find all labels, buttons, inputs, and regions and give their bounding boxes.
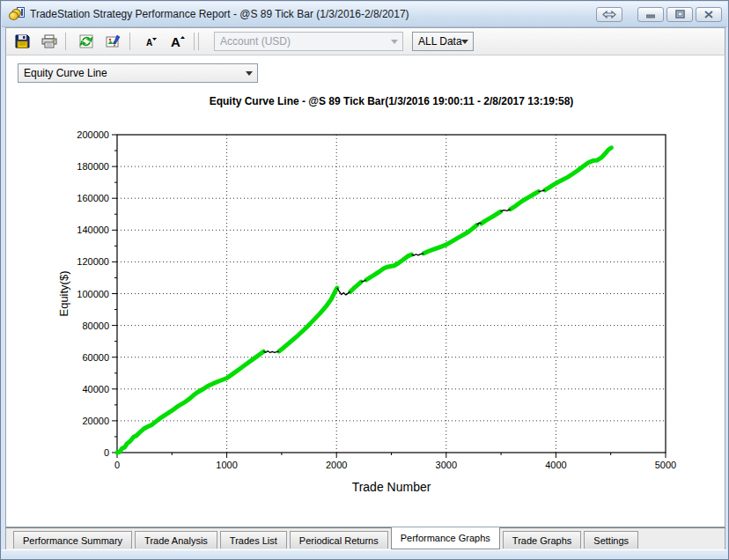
tab-trades-list[interactable]: Trades List bbox=[220, 531, 287, 549]
svg-text:100000: 100000 bbox=[77, 289, 109, 299]
tab-settings[interactable]: Settings bbox=[584, 531, 638, 549]
svg-text:2000: 2000 bbox=[326, 460, 347, 470]
tab-periodical-returns[interactable]: Periodical Returns bbox=[290, 531, 388, 549]
svg-text:A: A bbox=[171, 34, 180, 49]
refresh-button[interactable] bbox=[75, 31, 98, 52]
svg-text:60000: 60000 bbox=[82, 352, 109, 363]
svg-text:Trade Number: Trade Number bbox=[352, 480, 431, 494]
close-button[interactable] bbox=[696, 7, 722, 22]
svg-text:200000: 200000 bbox=[77, 129, 109, 140]
toolbar: A A Account (USD) ALL Data bbox=[5, 27, 725, 55]
svg-text:1000: 1000 bbox=[216, 460, 237, 470]
chevron-down-icon bbox=[391, 40, 398, 44]
svg-text:80000: 80000 bbox=[82, 321, 109, 331]
equity-curve-chart: 0100020003000400050000200004000060000800… bbox=[6, 115, 726, 520]
tab-performance-graphs[interactable]: Performance Graphs bbox=[391, 527, 500, 549]
increase-font-button[interactable]: A bbox=[166, 31, 189, 52]
refresh-icon bbox=[79, 34, 93, 48]
print-button[interactable] bbox=[38, 31, 61, 52]
svg-text:5000: 5000 bbox=[655, 460, 676, 470]
report-content: Equity Curve Line Equity Curve Line - @S… bbox=[5, 55, 725, 527]
app-icon bbox=[9, 7, 25, 21]
format-report-icon bbox=[106, 34, 122, 48]
tab-performance-summary[interactable]: Performance Summary bbox=[13, 531, 132, 549]
save-icon bbox=[15, 34, 30, 48]
svg-text:120000: 120000 bbox=[77, 256, 109, 267]
increase-font-icon: A bbox=[169, 33, 187, 49]
tab-trade-graphs[interactable]: Trade Graphs bbox=[503, 531, 581, 549]
svg-text:0: 0 bbox=[104, 447, 109, 458]
svg-text:A: A bbox=[146, 38, 152, 48]
toolbar-separator bbox=[65, 33, 66, 50]
svg-text:180000: 180000 bbox=[77, 161, 109, 172]
svg-text:3000: 3000 bbox=[436, 460, 457, 470]
window-title: TradeStation Strategy Performance Report… bbox=[30, 8, 593, 20]
chart-title: Equity Curve Line - @S 89 Tick Bar(1/3/2… bbox=[116, 95, 666, 107]
report-tab-strip: Performance Summary Trade Analysis Trade… bbox=[5, 527, 725, 551]
save-button[interactable] bbox=[11, 31, 33, 52]
print-icon bbox=[41, 34, 58, 48]
toolbar-separator bbox=[129, 33, 130, 50]
decrease-font-icon: A bbox=[144, 34, 158, 48]
decrease-font-button[interactable]: A bbox=[139, 31, 162, 52]
svg-text:Equity($): Equity($) bbox=[57, 270, 70, 316]
chevron-down-icon bbox=[246, 71, 253, 76]
tab-trade-analysis[interactable]: Trade Analysis bbox=[135, 531, 217, 549]
graph-type-combo[interactable]: Equity Curve Line bbox=[18, 63, 258, 83]
account-combo[interactable]: Account (USD) bbox=[214, 32, 403, 51]
title-bar: TradeStation Strategy Performance Report… bbox=[2, 2, 727, 27]
data-range-combo[interactable]: ALL Data bbox=[412, 32, 474, 51]
graph-type-combo-value: Equity Curve Line bbox=[24, 67, 107, 79]
data-range-combo-value: ALL Data bbox=[418, 35, 462, 48]
chevron-down-icon bbox=[461, 40, 468, 44]
svg-text:20000: 20000 bbox=[82, 416, 109, 426]
dock-button[interactable] bbox=[596, 7, 622, 22]
format-button[interactable] bbox=[102, 31, 125, 52]
svg-text:160000: 160000 bbox=[77, 193, 109, 203]
svg-text:4000: 4000 bbox=[545, 460, 566, 470]
svg-text:0: 0 bbox=[114, 460, 120, 470]
tradestation-report-window: TradeStation Strategy Performance Report… bbox=[0, 0, 729, 560]
window-bottom-frame bbox=[2, 549, 727, 558]
svg-text:140000: 140000 bbox=[77, 225, 109, 235]
svg-text:40000: 40000 bbox=[82, 384, 109, 394]
toolbar-separator bbox=[198, 33, 199, 50]
minimize-button[interactable] bbox=[637, 7, 664, 22]
restore-button[interactable] bbox=[666, 7, 693, 22]
account-combo-value: Account (USD) bbox=[220, 35, 291, 48]
toolbar-separator bbox=[194, 33, 195, 50]
